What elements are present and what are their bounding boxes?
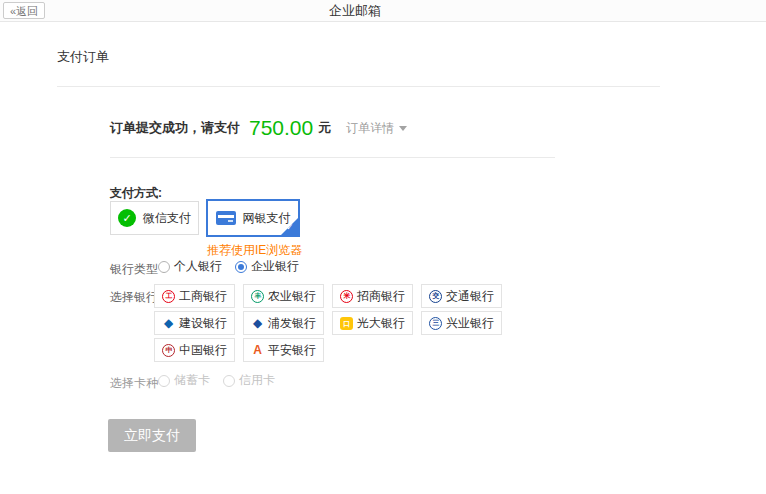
bank-button-pingan[interactable]: A 平安银行 xyxy=(243,338,324,362)
bank-button-icbc[interactable]: 工 工商银行 xyxy=(154,284,235,308)
pay-now-button[interactable]: 立即支付 xyxy=(108,419,196,452)
chevron-down-icon xyxy=(399,126,407,131)
bank-button-bocom[interactable]: 交 交通银行 xyxy=(421,284,502,308)
radio-icon xyxy=(235,261,247,273)
order-status-text: 订单提交成功，请支付 xyxy=(110,119,240,137)
radio-icon xyxy=(223,375,235,387)
radio-label: 信用卡 xyxy=(239,372,275,389)
topbar: «返回 企业邮箱 xyxy=(0,0,766,22)
bank-button-spdb[interactable]: ◆ 浦发银行 xyxy=(243,311,324,335)
cib-bank-icon: 三 xyxy=(429,317,442,330)
bocom-bank-icon: 交 xyxy=(429,290,442,303)
radio-icon xyxy=(158,261,170,273)
bank-grid: 工 工商银行 丰 农业银行 米 招商银行 交 交通银行 ◆ 建设银行 ◆ 浦发银… xyxy=(154,284,518,362)
bank-button-abc[interactable]: 丰 农业银行 xyxy=(243,284,324,308)
section-divider xyxy=(57,86,660,87)
order-summary: 订单提交成功，请支付 750.00 元 订单详情 xyxy=(110,114,407,142)
bank-name: 建设银行 xyxy=(179,315,227,332)
spdb-bank-icon: ◆ xyxy=(251,317,264,330)
page-title: 支付订单 xyxy=(57,48,109,66)
ccb-bank-icon: ◆ xyxy=(162,317,175,330)
cmb-bank-icon: 米 xyxy=(340,290,353,303)
ebank-pay-option-selected[interactable]: 网银支付 ✓ xyxy=(206,199,300,237)
bank-button-ccb[interactable]: ◆ 建设银行 xyxy=(154,311,235,335)
boc-bank-icon: 中 xyxy=(162,344,175,357)
order-currency: 元 xyxy=(318,119,331,137)
radio-label: 储蓄卡 xyxy=(174,372,210,389)
abc-bank-icon: 丰 xyxy=(251,290,264,303)
bank-name: 中国银行 xyxy=(179,342,227,359)
radio-debit-card[interactable]: 储蓄卡 xyxy=(158,372,210,389)
payment-page: «返回 企业邮箱 支付订单 订单提交成功，请支付 750.00 元 订单详情 支… xyxy=(0,0,766,494)
radio-label: 个人银行 xyxy=(174,258,222,275)
ie-browser-tip: 推荐使用IE浏览器 xyxy=(207,242,302,259)
radio-credit-card[interactable]: 信用卡 xyxy=(223,372,275,389)
bank-name: 工商银行 xyxy=(179,288,227,305)
bank-name: 兴业银行 xyxy=(446,315,494,332)
order-details-label: 订单详情 xyxy=(346,120,394,137)
bank-name: 招商银行 xyxy=(357,288,405,305)
bank-button-boc[interactable]: 中 中国银行 xyxy=(154,338,235,362)
card-type-options: 储蓄卡 信用卡 xyxy=(158,372,275,389)
bank-type-options: 个人银行 企业银行 xyxy=(158,258,299,275)
order-details-toggle[interactable]: 订单详情 xyxy=(346,120,407,137)
order-amount: 750.00 xyxy=(249,116,313,140)
radio-label: 企业银行 xyxy=(251,258,299,275)
bank-card-icon xyxy=(216,211,236,225)
bank-name: 浦发银行 xyxy=(268,315,316,332)
bank-name: 交通银行 xyxy=(446,288,494,305)
select-bank-label: 选择银行 xyxy=(110,289,158,306)
payment-method-label: 支付方式: xyxy=(110,185,162,202)
bank-button-cmb[interactable]: 米 招商银行 xyxy=(332,284,413,308)
bank-button-ceb[interactable]: 口 光大银行 xyxy=(332,311,413,335)
payment-method-name: 微信支付 xyxy=(143,210,191,227)
radio-enterprise-bank[interactable]: 企业银行 xyxy=(235,258,299,275)
ceb-bank-icon: 口 xyxy=(340,317,353,330)
section-divider xyxy=(110,157,555,158)
bank-name: 农业银行 xyxy=(268,288,316,305)
wechat-pay-icon: ✓ xyxy=(118,209,136,227)
wechat-pay-option[interactable]: ✓ 微信支付 xyxy=(110,201,199,235)
selected-corner-check-icon: ✓ xyxy=(281,218,298,235)
bank-button-cib[interactable]: 三 兴业银行 xyxy=(421,311,502,335)
bank-name: 平安银行 xyxy=(268,342,316,359)
radio-personal-bank[interactable]: 个人银行 xyxy=(158,258,222,275)
app-title: 企业邮箱 xyxy=(0,0,710,21)
icbc-bank-icon: 工 xyxy=(162,290,175,303)
bank-name: 光大银行 xyxy=(357,315,405,332)
radio-icon xyxy=(158,375,170,387)
pingan-bank-icon: A xyxy=(251,344,264,357)
